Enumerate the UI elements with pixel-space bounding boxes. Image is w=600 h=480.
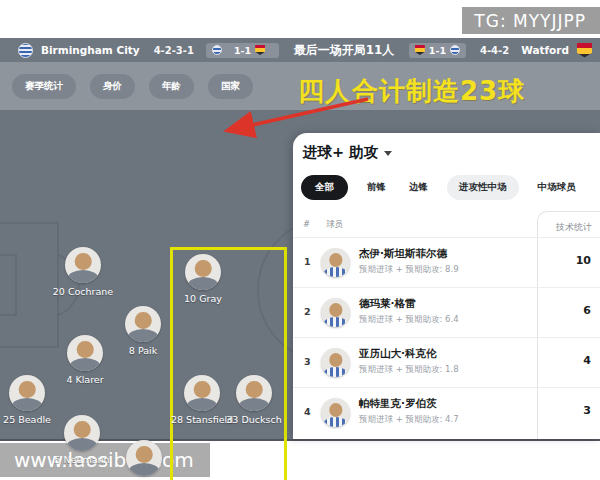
table-header: # 球员 — [303, 219, 343, 231]
match-header: Birmingham City 4-2-3-1 1-1 最后一场开局11人 1-… — [0, 38, 600, 62]
player-doyle[interactable]: 7 Doyle — [113, 440, 175, 480]
player-label: 10 Gray — [172, 293, 234, 304]
watford-crest-icon — [255, 45, 265, 55]
row-value: 4 — [583, 354, 591, 367]
watford-crest-icon — [415, 45, 425, 55]
tab-midfielder[interactable]: 中场球员 — [534, 175, 580, 200]
table-row[interactable]: 3 亚历山大·科克伦 预期进球 + 预期助攻: 1.8 4 — [293, 337, 600, 387]
home-team-name: Birmingham City — [41, 44, 140, 56]
stats-metric-dropdown[interactable]: 进球+ 助攻 — [303, 143, 392, 162]
player-label: 25 Beadle — [0, 414, 58, 425]
watford-crest-icon — [577, 43, 592, 58]
row-player-name: 杰伊·斯坦斯菲尔德 — [359, 247, 447, 261]
player-label: 20 Cochrane — [52, 286, 114, 297]
player-avatar — [9, 375, 45, 411]
birmingham-crest-icon — [18, 43, 33, 58]
player-avatar — [321, 248, 350, 277]
tab-season-stats[interactable]: 赛季统计 — [12, 74, 76, 99]
table-row[interactable]: 2 德玛莱·格雷 预期进球 + 预期助攻: 6.4 6 — [293, 287, 600, 337]
birmingham-crest-icon — [450, 45, 460, 55]
row-player-name: 帕特里克·罗伯茨 — [359, 397, 437, 411]
chevron-down-icon — [384, 151, 392, 156]
table-row[interactable]: 1 杰伊·斯坦斯菲尔德 预期进球 + 预期助攻: 8.9 10 — [293, 237, 600, 287]
player-avatar — [184, 375, 220, 411]
player-avatar — [321, 348, 350, 377]
player-avatar — [185, 254, 221, 290]
telegram-watermark: TG: MYYJJPP — [462, 7, 600, 34]
player-avatar — [67, 335, 103, 371]
player-label: 8 Paik — [112, 345, 174, 356]
player-neumann[interactable]: 5 Neumann — [51, 415, 113, 465]
away-team-header: 1-1 4-4-2 Watford — [409, 43, 592, 58]
away-score-pill: 1-1 — [409, 43, 466, 58]
annotation-text: 四人合计制造23球 — [298, 74, 578, 109]
row-detail: 预期进球 + 预期助攻: 1.8 — [359, 364, 459, 376]
row-value: 3 — [583, 404, 591, 417]
player-avatar — [64, 415, 100, 451]
player-avatar — [126, 440, 162, 476]
home-formation: 4-2-3-1 — [154, 45, 194, 56]
tab-forward[interactable]: 前锋 — [363, 175, 390, 200]
tab-all[interactable]: 全部 — [301, 175, 348, 200]
lineup-title: 最后一场开局11人 — [279, 42, 409, 59]
player-cochrane[interactable]: 20 Cochrane — [52, 247, 114, 297]
table-row[interactable]: 4 帕特里克·罗伯茨 预期进球 + 预期助攻: 4.7 3 — [293, 387, 600, 437]
row-player-name: 德玛莱·格雷 — [359, 297, 416, 311]
player-beadle[interactable]: 25 Beadle — [0, 375, 58, 425]
player-gray[interactable]: 10 Gray — [172, 254, 234, 304]
row-rank: 2 — [304, 306, 311, 317]
stats-metric-label: 进球+ 助攻 — [303, 143, 378, 162]
player-header: 球员 — [326, 219, 343, 231]
player-paik[interactable]: 8 Paik — [112, 306, 174, 356]
tab-market-value[interactable]: 身价 — [90, 74, 135, 99]
home-score: 1-1 — [234, 45, 251, 56]
home-team-header: Birmingham City 4-2-3-1 1-1 — [18, 43, 279, 58]
tab-country[interactable]: 国家 — [208, 74, 253, 99]
birmingham-crest-icon — [212, 45, 222, 55]
player-ducksch[interactable]: 33 Ducksch — [223, 375, 285, 425]
player-avatar — [321, 298, 350, 327]
rank-header: # — [303, 219, 310, 231]
app-screenshot: TG: MYYJJPP Birmingham City 4-2-3-1 1-1 … — [0, 0, 600, 480]
row-value: 6 — [583, 304, 591, 317]
player-klarer[interactable]: 4 Klarer — [54, 335, 116, 385]
away-team-name: Watford — [521, 44, 569, 56]
position-tabs: 全部 前锋 边锋 进攻性中场 中场球员 — [301, 175, 600, 200]
stats-panel: 进球+ 助攻 全部 前锋 边锋 进攻性中场 中场球员 # 球员 技术统计 1 杰… — [293, 133, 600, 439]
stats-header: 技术统计 — [556, 221, 592, 234]
player-label: 4 Klarer — [54, 374, 116, 385]
player-avatar — [65, 247, 101, 283]
tab-attacking-midfield[interactable]: 进攻性中场 — [447, 175, 519, 200]
player-label: 33 Ducksch — [223, 414, 285, 425]
row-rank: 1 — [304, 256, 311, 267]
row-player-name: 亚历山大·科克伦 — [359, 347, 437, 361]
row-detail: 预期进球 + 预期助攻: 8.9 — [359, 264, 459, 276]
player-label: 5 Neumann — [51, 454, 113, 465]
row-detail: 预期进球 + 预期助攻: 6.4 — [359, 314, 459, 326]
tab-winger[interactable]: 边锋 — [405, 175, 432, 200]
tab-age[interactable]: 年龄 — [149, 74, 194, 99]
row-detail: 预期进球 + 预期助攻: 4.7 — [359, 414, 459, 426]
player-avatar — [321, 398, 350, 427]
row-value: 10 — [576, 254, 591, 267]
row-rank: 4 — [304, 406, 311, 417]
home-score-pill: 1-1 — [206, 43, 279, 58]
away-formation: 4-4-2 — [480, 45, 509, 56]
away-score: 1-1 — [429, 45, 446, 56]
row-rank: 3 — [304, 356, 311, 367]
player-avatar — [125, 306, 161, 342]
player-avatar — [236, 375, 272, 411]
